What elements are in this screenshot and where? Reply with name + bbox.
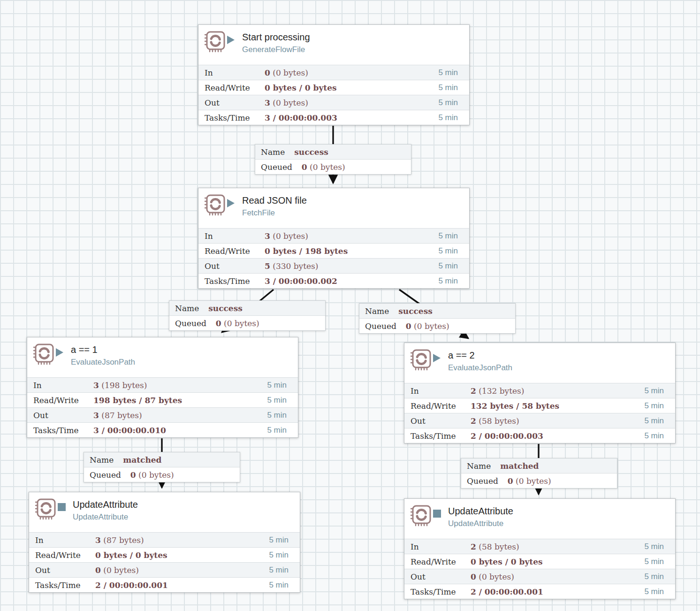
connection-queued-row: Queued 0 (0 bytes) bbox=[461, 474, 617, 488]
stat-label: In bbox=[198, 231, 265, 241]
stat-value: 3 (0 bytes) bbox=[265, 231, 438, 241]
stat-value: 132 bytes / 58 bytes bbox=[471, 401, 644, 411]
stat-window: 5 min bbox=[438, 261, 469, 271]
connection-name-value: matched bbox=[500, 461, 539, 471]
processor-start-processing[interactable]: Start processing GenerateFlowFile In 0 (… bbox=[198, 24, 470, 125]
stat-window: 5 min bbox=[644, 416, 675, 426]
stat-value: 3 / 00:00:00.010 bbox=[93, 426, 267, 435]
stat-value: 2 (132 bytes) bbox=[471, 386, 644, 396]
processor-update-attribute-left[interactable]: UpdateAttribute UpdateAttribute In 3 (87… bbox=[29, 492, 300, 593]
connection-label-matched-2[interactable]: Name matched Queued 0 (0 bytes) bbox=[461, 458, 617, 489]
stat-row-readwrite: Read/Write 198 bytes / 87 bytes 5 min bbox=[27, 392, 298, 407]
processor-a-equals-1[interactable]: a == 1 EvaluateJsonPath In 3 (198 bytes)… bbox=[27, 337, 298, 438]
processor-header: UpdateAttribute UpdateAttribute bbox=[29, 492, 300, 532]
stat-value: 0 bytes / 0 bytes bbox=[471, 557, 644, 566]
stat-row-tasks: Tasks/Time 2 / 00:00:00.001 5 min bbox=[29, 577, 300, 592]
stat-row-tasks: Tasks/Time 3 / 00:00:00.002 5 min bbox=[198, 273, 469, 288]
stat-value: 0 bytes / 0 bytes bbox=[265, 83, 438, 92]
processor-update-attribute-right[interactable]: UpdateAttribute UpdateAttribute In 2 (58… bbox=[404, 498, 676, 599]
stat-window: 5 min bbox=[438, 246, 469, 256]
processor-a-equals-2[interactable]: a == 2 EvaluateJsonPath In 2 (132 bytes)… bbox=[404, 343, 676, 443]
connection-queued-label: Queued bbox=[467, 476, 498, 486]
stat-row-tasks: Tasks/Time 2 / 00:00:00.003 5 min bbox=[404, 428, 675, 443]
stat-value: 2 (58 bytes) bbox=[471, 416, 644, 426]
stat-value: 2 (58 bytes) bbox=[471, 542, 644, 551]
stat-row-readwrite: Read/Write 132 bytes / 58 bytes 5 min bbox=[404, 398, 675, 413]
stat-row-out: Out 3 (0 bytes) 5 min bbox=[198, 95, 469, 110]
connection-name-row: Name success bbox=[255, 145, 411, 160]
stat-value: 3 (198 bytes) bbox=[93, 381, 267, 390]
processor-stamp-icon bbox=[203, 30, 226, 53]
stat-window: 5 min bbox=[644, 557, 675, 566]
stat-row-tasks: Tasks/Time 3 / 00:00:00.010 5 min bbox=[27, 422, 298, 437]
stat-label: Read/Write bbox=[29, 550, 95, 560]
connection-queued-value: 0 (0 bytes) bbox=[508, 476, 551, 486]
connection-name-row: Name success bbox=[359, 304, 515, 319]
stat-row-in: In 0 (0 bytes) 5 min bbox=[198, 65, 469, 80]
stat-row-in: In 2 (132 bytes) 5 min bbox=[404, 383, 675, 398]
stat-label: Out bbox=[198, 261, 265, 271]
stat-label: In bbox=[404, 386, 471, 396]
processor-stats: In 0 (0 bytes) 5 min Read/Write 0 bytes … bbox=[198, 65, 469, 125]
stat-window: 5 min bbox=[267, 426, 298, 435]
connection-name-label: Name bbox=[365, 306, 389, 316]
stat-label: Read/Write bbox=[404, 401, 471, 411]
processor-stamp-icon bbox=[409, 504, 432, 527]
stat-label: Read/Write bbox=[198, 246, 265, 256]
stat-window: 5 min bbox=[644, 587, 675, 596]
connection-queued-row: Queued 0 (0 bytes) bbox=[255, 160, 411, 174]
stat-label: In bbox=[29, 535, 95, 545]
connection-label-success-3[interactable]: Name success Queued 0 (0 bytes) bbox=[359, 303, 516, 334]
stat-window: 5 min bbox=[438, 83, 469, 92]
stat-label: Out bbox=[198, 98, 265, 107]
stat-label: In bbox=[27, 381, 93, 390]
stat-label: Read/Write bbox=[27, 396, 93, 405]
stat-row-in: In 3 (198 bytes) 5 min bbox=[27, 377, 298, 392]
stat-value: 2 / 00:00:00.001 bbox=[471, 587, 644, 596]
connection-label-matched-1[interactable]: Name matched Queued 0 (0 bytes) bbox=[84, 452, 240, 482]
connection-label-success-2[interactable]: Name success Queued 0 (0 bytes) bbox=[169, 300, 326, 331]
stat-value: 0 bytes / 0 bytes bbox=[95, 550, 269, 560]
stat-value: 198 bytes / 87 bytes bbox=[93, 396, 267, 405]
stat-window: 5 min bbox=[269, 535, 300, 545]
connection-name-label: Name bbox=[467, 461, 491, 471]
stop-square-icon bbox=[58, 503, 66, 511]
connection-label-success-1[interactable]: Name success Queued 0 (0 bytes) bbox=[255, 144, 411, 175]
connection-queued-value: 0 (0 bytes) bbox=[216, 319, 259, 328]
stat-window: 5 min bbox=[267, 381, 298, 390]
stat-row-out: Out 5 (330 bytes) 5 min bbox=[198, 258, 469, 273]
connection-name-label: Name bbox=[261, 147, 285, 157]
connection-name-value: success bbox=[208, 304, 243, 313]
processor-type: EvaluateJsonPath bbox=[71, 356, 135, 368]
stat-label: Read/Write bbox=[404, 557, 471, 566]
processor-stats: In 2 (58 bytes) 5 min Read/Write 0 bytes… bbox=[404, 539, 675, 599]
connection-name-value: success bbox=[294, 147, 328, 157]
processor-stats: In 3 (0 bytes) 5 min Read/Write 0 bytes … bbox=[198, 228, 469, 288]
stat-window: 5 min bbox=[269, 565, 300, 575]
processor-type: GenerateFlowFile bbox=[242, 44, 310, 55]
stat-value: 0 (0 bytes) bbox=[265, 68, 438, 77]
processor-read-json-file[interactable]: Read JSON file FetchFile In 3 (0 bytes) … bbox=[198, 188, 470, 289]
connection-queued-row: Queued 0 (0 bytes) bbox=[169, 316, 325, 330]
stat-row-out: Out 2 (58 bytes) 5 min bbox=[404, 413, 675, 428]
stat-window: 5 min bbox=[267, 411, 298, 420]
processor-type: FetchFile bbox=[242, 207, 307, 219]
stat-value: 3 / 00:00:00.002 bbox=[265, 276, 438, 286]
stat-label: Tasks/Time bbox=[198, 113, 265, 122]
stat-window: 5 min bbox=[644, 386, 675, 396]
stat-window: 5 min bbox=[644, 572, 675, 581]
stat-value: 2 / 00:00:00.001 bbox=[95, 580, 269, 590]
processor-name: Read JSON file bbox=[242, 194, 307, 207]
stat-row-out: Out 0 (0 bytes) 5 min bbox=[29, 562, 300, 577]
processor-type: UpdateAttribute bbox=[73, 511, 138, 523]
stat-window: 5 min bbox=[438, 276, 469, 286]
stat-row-in: In 3 (87 bytes) 5 min bbox=[29, 532, 300, 547]
stat-window: 5 min bbox=[269, 550, 300, 560]
connection-queued-value: 0 (0 bytes) bbox=[302, 162, 345, 172]
stat-label: Out bbox=[404, 416, 471, 426]
processor-stats: In 2 (132 bytes) 5 min Read/Write 132 by… bbox=[404, 383, 675, 443]
processor-name: Start processing bbox=[242, 31, 310, 44]
stat-label: Read/Write bbox=[198, 83, 265, 92]
stat-row-tasks: Tasks/Time 2 / 00:00:00.001 5 min bbox=[404, 584, 675, 599]
stat-label: Tasks/Time bbox=[404, 431, 471, 441]
